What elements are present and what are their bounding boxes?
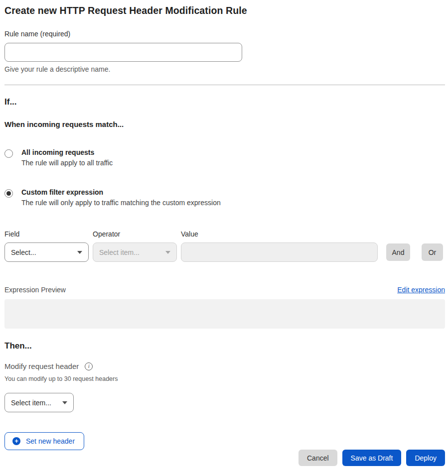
- rule-name-helper: Give your rule a descriptive name.: [4, 65, 445, 73]
- expression-preview-label: Expression Preview: [4, 286, 66, 294]
- page-title: Create new HTTP Request Header Modificat…: [4, 5, 445, 16]
- info-icon[interactable]: i: [85, 362, 93, 370]
- field-select-value: Select...: [11, 248, 36, 256]
- rule-name-section: Rule name (required) Give your rule a de…: [4, 29, 445, 73]
- and-button[interactable]: And: [386, 243, 410, 261]
- header-item-select-value: Select item...: [11, 399, 51, 407]
- rule-name-input[interactable]: [4, 43, 242, 62]
- footer-actions: Cancel Save as Draft Deploy: [299, 450, 445, 466]
- operator-select-value: Select item...: [99, 248, 140, 256]
- radio-description: The rule will apply to all traffic: [21, 159, 113, 167]
- chevron-down-icon: [165, 251, 170, 254]
- then-heading: Then...: [4, 341, 445, 351]
- set-new-header-button[interactable]: + Set new header: [4, 432, 84, 450]
- radio-label: Custom filter expression: [21, 188, 221, 196]
- radio-label: All incoming requests: [21, 148, 113, 156]
- chevron-down-icon: [62, 401, 67, 404]
- create-rule-form: Create new HTTP Request Header Modificat…: [0, 0, 448, 450]
- radio-option-all-requests[interactable]: All incoming requests The rule will appl…: [4, 148, 445, 167]
- section-divider: [4, 85, 445, 85]
- radio-selected-icon[interactable]: [4, 189, 13, 198]
- expression-preview-header: Expression Preview Edit expression: [4, 286, 445, 294]
- modify-header-helper: You can modify up to 30 request headers: [4, 375, 445, 382]
- or-button[interactable]: Or: [422, 243, 443, 261]
- radio-option-custom-filter[interactable]: Custom filter expression The rule will o…: [4, 188, 445, 207]
- chevron-down-icon: [77, 251, 82, 254]
- rule-name-label: Rule name (required): [4, 30, 70, 38]
- header-item-select[interactable]: Select item...: [4, 393, 74, 412]
- field-select[interactable]: Select...: [4, 242, 89, 262]
- modify-request-header-label: Modify request header: [4, 362, 79, 370]
- expression-preview-box: [4, 299, 445, 329]
- cancel-button[interactable]: Cancel: [299, 450, 337, 466]
- if-heading: If...: [4, 97, 445, 107]
- filter-builder-row: Select... Select item... And Or: [4, 242, 445, 262]
- filter-builder-labels: Field Operator Value: [4, 230, 445, 238]
- match-subheading: When incoming requests match...: [4, 120, 445, 128]
- radio-unselected-icon[interactable]: [4, 149, 13, 158]
- operator-select[interactable]: Select item...: [93, 242, 177, 262]
- plus-circle-icon: +: [12, 437, 20, 445]
- deploy-button[interactable]: Deploy: [406, 450, 445, 466]
- set-new-header-label: Set new header: [26, 437, 75, 445]
- save-as-draft-button[interactable]: Save as Draft: [342, 450, 402, 466]
- radio-description: The rule will only apply to traffic matc…: [21, 199, 221, 207]
- modify-header-row: Modify request header i: [4, 362, 445, 370]
- value-input[interactable]: [181, 242, 378, 262]
- edit-expression-link[interactable]: Edit expression: [397, 286, 445, 294]
- field-label: Field: [4, 230, 93, 238]
- value-label: Value: [181, 230, 378, 238]
- operator-label: Operator: [93, 230, 181, 238]
